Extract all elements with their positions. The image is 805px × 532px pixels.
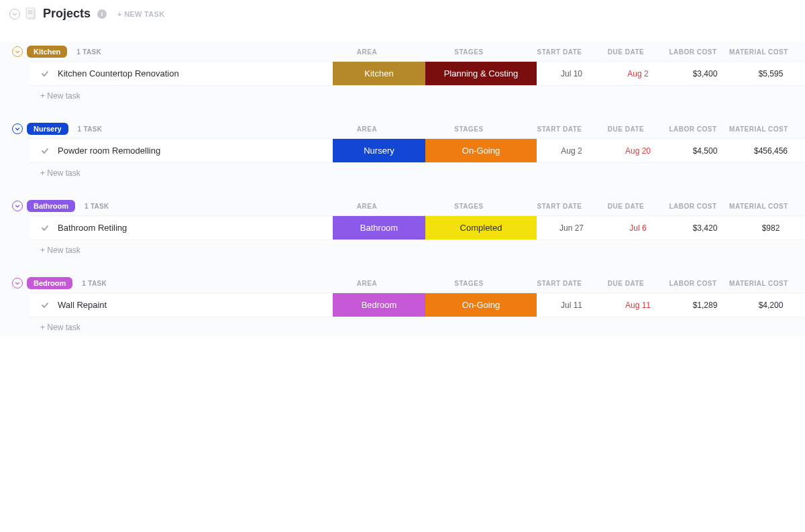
column-header-due-date[interactable]: DUE DATE: [594, 48, 657, 56]
task-name-cell[interactable]: Powder room Remodelling: [30, 139, 333, 162]
task-name: Kitchen Countertop Renovation: [58, 68, 179, 78]
new-task-row[interactable]: + New task: [0, 86, 805, 105]
material-cost-cell[interactable]: $4,200: [741, 293, 805, 317]
collapse-group-icon[interactable]: [12, 46, 23, 57]
area-cell[interactable]: Kitchen: [333, 62, 425, 85]
group-header: Bathroom 1 TASK AREA STAGES START DATE D…: [0, 197, 805, 215]
material-cost-cell[interactable]: $982: [741, 216, 805, 240]
column-header-due-date[interactable]: DUE DATE: [594, 203, 657, 210]
column-header-labor-cost[interactable]: LABOR COST: [657, 203, 729, 210]
new-task-row[interactable]: + New task: [0, 163, 805, 182]
due-date-cell[interactable]: Aug 11: [606, 293, 669, 317]
page-title: Projects: [43, 7, 91, 21]
group-header: Nursery 1 TASK AREA STAGES START DATE DU…: [0, 119, 805, 138]
group-bedroom: Bedroom 1 TASK AREA STAGES START DATE DU…: [0, 274, 805, 336]
page-header: Projects i + NEW TASK: [0, 0, 805, 28]
due-date-cell[interactable]: Jul 6: [606, 216, 669, 240]
collapse-group-icon[interactable]: [12, 201, 23, 211]
task-row[interactable]: Wall Repaint Bedroom On-Going Jul 11 Aug…: [30, 292, 805, 317]
due-date-cell[interactable]: Aug 2: [606, 62, 669, 85]
task-name: Wall Repaint: [58, 300, 107, 310]
group-kitchen: Kitchen 1 TASK AREA STAGES START DATE DU…: [0, 42, 805, 105]
column-header-start-date[interactable]: START DATE: [525, 125, 594, 133]
labor-cost-cell[interactable]: $3,400: [669, 62, 741, 85]
column-header-material-cost[interactable]: MATERIAL COST: [729, 48, 793, 56]
column-header-stages[interactable]: STAGES: [413, 48, 525, 56]
column-header-start-date[interactable]: START DATE: [525, 48, 594, 56]
column-header-material-cost[interactable]: MATERIAL COST: [729, 280, 793, 287]
projects-doc-icon: [25, 7, 38, 21]
collapse-group-icon[interactable]: [12, 123, 23, 134]
collapse-all-icon[interactable]: [9, 9, 20, 19]
task-count: 1 TASK: [78, 125, 103, 133]
group-header: Bedroom 1 TASK AREA STAGES START DATE DU…: [0, 274, 805, 292]
column-header-labor-cost[interactable]: LABOR COST: [657, 48, 729, 56]
task-name-cell[interactable]: Bathroom Retiling: [30, 216, 333, 240]
groups-container: Kitchen 1 TASK AREA STAGES START DATE DU…: [0, 42, 805, 336]
labor-cost-cell[interactable]: $4,500: [669, 139, 741, 162]
column-header-stages[interactable]: STAGES: [413, 203, 525, 210]
column-header-material-cost[interactable]: MATERIAL COST: [729, 125, 793, 133]
check-icon[interactable]: [40, 146, 50, 156]
material-cost-cell[interactable]: $456,456: [741, 139, 805, 162]
stage-cell[interactable]: Planning & Costing: [425, 62, 537, 85]
column-header-labor-cost[interactable]: LABOR COST: [657, 280, 729, 287]
info-icon[interactable]: i: [97, 9, 107, 19]
check-icon[interactable]: [40, 223, 50, 233]
start-date-cell[interactable]: Aug 2: [537, 139, 606, 162]
column-header-area[interactable]: AREA: [321, 203, 413, 210]
stage-cell[interactable]: On-Going: [425, 139, 537, 162]
column-header-start-date[interactable]: START DATE: [525, 280, 594, 287]
column-header-stages[interactable]: STAGES: [413, 280, 525, 287]
group-nursery: Nursery 1 TASK AREA STAGES START DATE DU…: [0, 119, 805, 182]
stage-cell[interactable]: Completed: [425, 216, 537, 240]
column-header-stages[interactable]: STAGES: [413, 125, 525, 133]
task-name-cell[interactable]: Wall Repaint: [30, 293, 333, 317]
group-bathroom: Bathroom 1 TASK AREA STAGES START DATE D…: [0, 197, 805, 259]
new-task-button[interactable]: + NEW TASK: [117, 10, 164, 18]
stage-cell[interactable]: On-Going: [425, 293, 537, 317]
new-task-row[interactable]: + New task: [0, 317, 805, 336]
material-cost-cell[interactable]: $5,595: [741, 62, 805, 85]
start-date-cell[interactable]: Jul 10: [537, 62, 606, 85]
column-header-area[interactable]: AREA: [321, 280, 413, 287]
group-pill[interactable]: Bathroom: [27, 200, 75, 212]
start-date-cell[interactable]: Jul 11: [537, 293, 606, 317]
column-header-material-cost[interactable]: MATERIAL COST: [729, 203, 793, 210]
check-icon[interactable]: [40, 301, 50, 310]
area-cell[interactable]: Bathroom: [333, 216, 425, 240]
column-header-due-date[interactable]: DUE DATE: [594, 125, 657, 133]
svg-rect-3: [28, 13, 32, 13]
area-cell[interactable]: Nursery: [333, 139, 425, 162]
column-header-area[interactable]: AREA: [321, 48, 413, 56]
task-count: 1 TASK: [82, 280, 107, 287]
group-header: Kitchen 1 TASK AREA STAGES START DATE DU…: [0, 42, 805, 61]
start-date-cell[interactable]: Jun 27: [537, 216, 606, 240]
task-name: Powder room Remodelling: [58, 146, 160, 156]
task-count: 1 TASK: [85, 203, 109, 210]
due-date-cell[interactable]: Aug 20: [606, 139, 669, 162]
labor-cost-cell[interactable]: $3,420: [669, 216, 741, 240]
labor-cost-cell[interactable]: $1,289: [669, 293, 741, 317]
task-name: Bathroom Retiling: [58, 223, 127, 233]
area-cell[interactable]: Bedroom: [333, 293, 425, 317]
new-task-row[interactable]: + New task: [0, 240, 805, 259]
column-header-labor-cost[interactable]: LABOR COST: [657, 125, 729, 133]
task-row[interactable]: Bathroom Retiling Bathroom Completed Jun…: [30, 215, 805, 240]
group-pill[interactable]: Nursery: [27, 123, 68, 135]
task-name-cell[interactable]: Kitchen Countertop Renovation: [30, 62, 333, 85]
check-icon[interactable]: [40, 69, 50, 78]
svg-rect-2: [28, 11, 32, 11]
task-count: 1 TASK: [76, 48, 101, 56]
collapse-group-icon[interactable]: [12, 278, 23, 288]
task-row[interactable]: Powder room Remodelling Nursery On-Going…: [30, 138, 805, 163]
column-header-start-date[interactable]: START DATE: [525, 203, 594, 210]
group-pill[interactable]: Bedroom: [27, 277, 72, 289]
column-header-area[interactable]: AREA: [321, 125, 413, 133]
column-header-due-date[interactable]: DUE DATE: [594, 280, 657, 287]
group-pill[interactable]: Kitchen: [27, 46, 67, 58]
task-row[interactable]: Kitchen Countertop Renovation Kitchen Pl…: [30, 61, 805, 86]
